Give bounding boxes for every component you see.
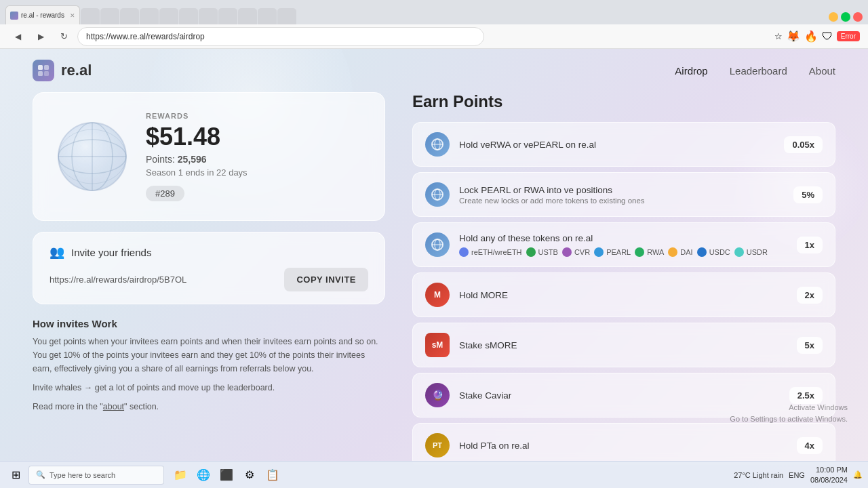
inactive-tab[interactable] (218, 8, 237, 24)
earn-text-pearl: Lock PEARL or RWA into ve positions Crea… (459, 185, 784, 205)
error-badge[interactable]: Error (837, 31, 860, 41)
tab-title: re.al - rewards (21, 12, 64, 19)
globe-svg (55, 119, 130, 194)
nav-airdrop[interactable]: Airdrop (675, 65, 707, 77)
how-invites-description: You get points when your invitees earn p… (33, 335, 385, 375)
maximize-button[interactable] (841, 12, 850, 22)
svg-rect-2 (38, 71, 43, 76)
system-clock: 10:00 PM 08/08/2024 (810, 465, 848, 485)
rank-badge: #289 (146, 186, 184, 201)
inactive-tab[interactable] (179, 8, 198, 24)
active-browser-tab[interactable]: re.al - rewards ✕ (5, 5, 80, 24)
copy-invite-button[interactable]: COPY INVITE (284, 268, 368, 291)
taskbar-tray: 27°C Light rain ENG 10:00 PM 08/08/2024 … (734, 465, 863, 485)
earn-icon-tokens (425, 232, 450, 257)
earn-multiplier-pearl: 5% (793, 186, 823, 203)
logo-text: re.al (61, 62, 92, 79)
token-reeth: reETH/wreETH (459, 247, 522, 257)
earn-item-hold-tokens[interactable]: Hold any of these tokens on re.al reETH/… (412, 222, 835, 267)
earn-multiplier-pta: 4x (797, 437, 823, 454)
inactive-tab[interactable] (258, 8, 277, 24)
invite-icon: 👥 (50, 245, 64, 260)
inactive-tab[interactable] (81, 8, 100, 24)
earn-icon-more: M (425, 283, 450, 307)
minimize-button[interactable] (829, 12, 838, 22)
taskbar-icons: 📁 🌐 ⬛ ⚙ 📋 (167, 464, 731, 486)
shield-icon[interactable]: 🛡 (822, 30, 833, 43)
inactive-tab[interactable] (140, 8, 159, 24)
logo-svg (37, 64, 50, 77)
rewards-label: REWARDS (146, 112, 248, 120)
rewards-points: Points: 25,596 (146, 154, 248, 165)
invite-header: 👥 Invite your friends (50, 245, 368, 260)
how-invites-more: Read more in the "about" section. (33, 400, 385, 413)
invite-header-label: Invite your friends (71, 247, 151, 258)
profile-icon[interactable]: 🦊 (787, 30, 800, 43)
address-input[interactable] (77, 27, 484, 46)
notification-icon[interactable]: 🔔 (853, 470, 863, 479)
lang-indicator: ENG (789, 471, 805, 479)
activate-windows-watermark: Activate Windows Go to Settings to activ… (730, 402, 848, 424)
extension-icon[interactable]: 🔥 (804, 30, 818, 43)
token-usdr: USDR (734, 247, 768, 257)
inactive-tab[interactable] (238, 8, 257, 24)
earn-item-hold-verwa[interactable]: Hold veRWA or vePEARL on re.al 0.05x (412, 122, 835, 167)
close-button[interactable] (853, 12, 863, 22)
rewards-season: Season 1 ends in 22 days (146, 167, 248, 178)
earn-text-caviar: Stake Caviar (459, 390, 780, 401)
earn-item-lock-pearl[interactable]: Lock PEARL or RWA into ve positions Crea… (412, 172, 835, 217)
inactive-tab[interactable] (100, 8, 119, 24)
nav-leaderboard[interactable]: Leaderboard (730, 65, 787, 77)
search-icon: 🔍 (36, 470, 45, 479)
inactive-tab[interactable] (120, 8, 139, 24)
token-dai: DAI (668, 247, 692, 257)
earn-item-hold-more[interactable]: M Hold MORE 2x (412, 272, 835, 317)
inactive-tab[interactable] (159, 8, 178, 24)
earn-text-smore: Stake sMORE (459, 340, 787, 350)
taskbar-icon-file-explorer[interactable]: 📁 (170, 464, 191, 486)
earn-item-hold-pta[interactable]: PT Hold PTa on re.al 4x (412, 423, 835, 465)
token-pearl: PEARL (594, 247, 631, 257)
forward-button[interactable]: ▶ (31, 27, 50, 46)
earn-multiplier-more: 2x (797, 287, 823, 304)
taskbar-icon-task[interactable]: 📋 (262, 464, 283, 486)
logo[interactable]: re.al (33, 60, 92, 81)
inactive-tab[interactable] (277, 8, 296, 24)
earn-text-more: Hold MORE (459, 290, 787, 300)
taskbar-icon-terminal[interactable]: ⬛ (216, 464, 237, 486)
svg-rect-1 (44, 65, 49, 70)
url-bar: ◀ ▶ ↻ ☆ 🦊 🔥 🛡 Error (0, 24, 868, 49)
invite-url: https://re.al/rewards/airdrop/5B7OL (50, 274, 277, 285)
nav-about[interactable]: About (809, 65, 835, 77)
taskbar-icon-settings[interactable]: ⚙ (239, 464, 260, 486)
earn-icon-pearl (425, 182, 450, 207)
how-invites-section: How invites Work You get points when you… (33, 315, 385, 422)
how-invites-tip: Invite whales → get a lot of points and … (33, 381, 385, 394)
bookmark-icon[interactable]: ☆ (774, 31, 783, 41)
avatar-globe (55, 119, 130, 194)
svg-rect-3 (44, 71, 49, 76)
earn-multiplier-tokens: 1x (797, 237, 823, 253)
earn-icon-smore: sM (425, 333, 450, 357)
rewards-amount: $51.48 (146, 123, 248, 151)
tab-close-icon[interactable]: ✕ (70, 12, 75, 19)
token-chips-row: reETH/wreETH USTB CVR (459, 247, 787, 257)
svg-rect-0 (38, 65, 43, 70)
reload-button[interactable]: ↻ (54, 27, 73, 46)
token-usdc: USDC (697, 247, 730, 257)
logo-icon (33, 60, 54, 81)
taskbar-search[interactable]: 🔍 Type here to search (28, 466, 164, 485)
invite-card: 👥 Invite your friends https://re.al/rewa… (33, 232, 385, 304)
inactive-tab[interactable] (199, 8, 218, 24)
taskbar-icon-chrome[interactable]: 🌐 (193, 464, 214, 486)
earn-icon-pta: PT (425, 433, 450, 458)
start-button[interactable]: ⊞ (5, 465, 26, 485)
back-button[interactable]: ◀ (8, 27, 27, 46)
rewards-card: REWARDS $51.48 Points: 25,596 Season 1 e… (33, 92, 385, 221)
token-rwa: RWA (635, 247, 664, 257)
rewards-points-value: 25,596 (178, 154, 207, 165)
earn-item-stake-smore[interactable]: sM Stake sMORE 5x (412, 323, 835, 367)
about-link[interactable]: about (103, 402, 124, 411)
weather-info: 27°C Light rain (734, 471, 783, 479)
rewards-info: REWARDS $51.48 Points: 25,596 Season 1 e… (146, 112, 248, 201)
